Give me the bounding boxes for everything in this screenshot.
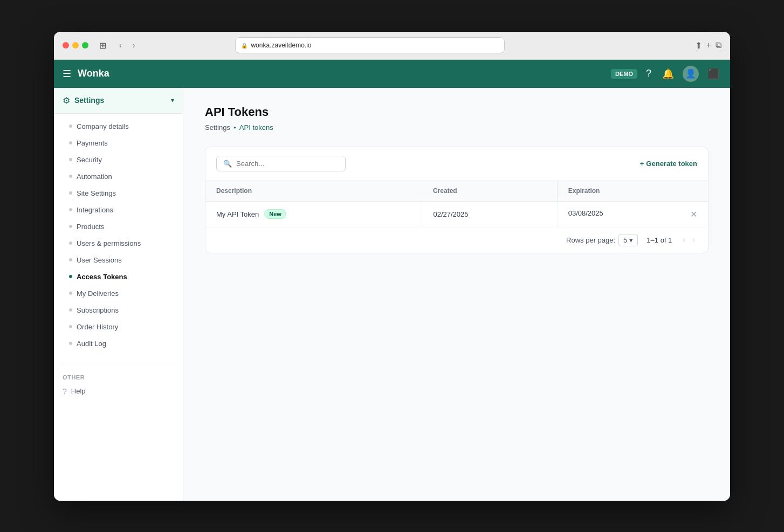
address-bar[interactable]: 🔒 wonka.zaveitdemo.io — [235, 37, 505, 53]
sidebar-item-company-details[interactable]: Company details — [54, 118, 183, 135]
rows-per-page-select[interactable]: 5 ▾ — [618, 234, 638, 246]
sidebar: ⚙ Settings ▾ Company details Payments — [54, 88, 183, 501]
sidebar-item-label: Integrations — [77, 206, 113, 214]
pagination-row: Rows per page: 5 ▾ 1–1 of 1 ‹ › — [205, 227, 708, 253]
table-row: My API Token New 02/27/2025 03/08/2025 ✕ — [205, 201, 708, 227]
breadcrumb-separator: ● — [233, 125, 236, 130]
top-nav: ☰ Wonka DEMO ? 🔔 👤 ⬛ — [54, 60, 730, 88]
settings-label: Settings — [74, 96, 167, 105]
page-info: 1–1 of 1 — [647, 236, 672, 244]
bullet-icon — [69, 225, 72, 228]
search-input[interactable] — [236, 160, 339, 168]
rows-per-page: Rows per page: 5 ▾ — [566, 234, 638, 246]
demo-badge: DEMO — [611, 69, 637, 79]
maximize-button[interactable] — [82, 42, 88, 49]
new-badge: New — [264, 209, 286, 219]
bullet-icon — [69, 208, 72, 211]
page-title: API Tokens — [205, 105, 709, 119]
notifications-bell-icon[interactable]: 🔔 — [660, 66, 676, 82]
sidebar-item-my-deliveries[interactable]: My Deliveries — [54, 285, 183, 302]
sidebar-nav: Company details Payments Security Automa… — [54, 114, 183, 356]
duplicate-icon[interactable]: ⧉ — [716, 40, 721, 51]
generate-token-label: Generate token — [646, 160, 697, 168]
main-content: API Tokens Settings ● API tokens 🔍 + — [183, 88, 730, 501]
active-bullet-icon — [69, 275, 72, 278]
sidebar-item-security[interactable]: Security — [54, 151, 183, 168]
search-icon: 🔍 — [223, 160, 232, 168]
breadcrumb-settings[interactable]: Settings — [205, 123, 230, 132]
bullet-icon — [69, 191, 72, 195]
search-input-wrapper[interactable]: 🔍 — [216, 156, 346, 171]
prev-page-button[interactable]: ‹ — [680, 234, 687, 246]
minimize-button[interactable] — [72, 42, 79, 49]
search-bar-row: 🔍 + Generate token — [205, 147, 708, 181]
sidebar-item-label: My Deliveries — [77, 289, 119, 298]
bullet-icon — [69, 175, 72, 178]
help-label: Help — [71, 387, 86, 395]
sidebar-item-label: Users & permissions — [77, 239, 141, 247]
next-page-button[interactable]: › — [690, 234, 697, 246]
browser-actions: ⬆ + ⧉ — [695, 40, 721, 51]
back-button[interactable]: ‹ — [117, 39, 124, 52]
url-text: wonka.zaveitdemo.io — [251, 42, 311, 49]
sidebar-toggle-button[interactable]: ⊞ — [95, 38, 111, 53]
sidebar-item-integrations[interactable]: Integrations — [54, 202, 183, 218]
breadcrumb: Settings ● API tokens — [205, 123, 709, 132]
sidebar-item-subscriptions[interactable]: Subscriptions — [54, 302, 183, 319]
token-name-wrapper: My API Token New — [216, 209, 411, 219]
sidebar-item-payments[interactable]: Payments — [54, 135, 183, 151]
generate-token-button[interactable]: + Generate token — [640, 160, 697, 168]
app: ☰ Wonka DEMO ? 🔔 👤 ⬛ ⚙ Settings ▾ — [54, 60, 730, 501]
new-tab-icon[interactable]: + — [706, 40, 711, 51]
nav-right: DEMO ? 🔔 👤 ⬛ — [611, 66, 721, 82]
share-icon[interactable]: ⬆ — [695, 40, 702, 51]
delete-token-button[interactable]: ✕ — [690, 209, 697, 219]
sidebar-item-order-history[interactable]: Order History — [54, 319, 183, 335]
sidebar-item-users-permissions[interactable]: Users & permissions — [54, 235, 183, 252]
sidebar-item-label: Payments — [77, 139, 108, 147]
layout-toggle-icon[interactable]: ⬛ — [705, 66, 721, 82]
bullet-icon — [69, 342, 72, 345]
sidebar-item-label: Automation — [77, 172, 112, 181]
sidebar-settings-header[interactable]: ⚙ Settings ▾ — [54, 88, 183, 114]
traffic-lights — [63, 42, 88, 49]
sidebar-item-products[interactable]: Products — [54, 218, 183, 235]
sidebar-item-label: Order History — [77, 323, 118, 331]
token-description-cell: My API Token New — [205, 201, 422, 227]
sidebar-item-audit-log[interactable]: Audit Log — [54, 335, 183, 352]
content-area: ⚙ Settings ▾ Company details Payments — [54, 88, 730, 501]
sidebar-item-help[interactable]: ? Help — [54, 383, 183, 400]
bullet-icon — [69, 158, 72, 161]
col-description: Description — [205, 181, 422, 202]
bullet-icon — [69, 325, 72, 328]
plus-icon: + — [640, 160, 644, 168]
sidebar-item-label: Subscriptions — [77, 306, 119, 314]
bullet-icon — [69, 141, 72, 144]
bullet-icon — [69, 258, 72, 261]
chevron-down-icon: ▾ — [171, 96, 174, 104]
chevron-down-icon: ▾ — [629, 236, 633, 244]
help-icon-button[interactable]: ? — [644, 66, 654, 81]
close-button[interactable] — [63, 42, 69, 49]
forward-button[interactable]: › — [130, 39, 137, 52]
avatar[interactable]: 👤 — [683, 66, 699, 82]
sidebar-item-site-settings[interactable]: Site Settings — [54, 185, 183, 202]
hamburger-menu-button[interactable]: ☰ — [63, 68, 71, 80]
sidebar-item-access-tokens[interactable]: Access Tokens — [54, 268, 183, 285]
token-expiration-cell: 03/08/2025 ✕ — [557, 201, 708, 227]
token-name: My API Token — [216, 210, 259, 218]
col-expiration: Expiration — [557, 181, 708, 202]
sidebar-divider — [63, 363, 174, 363]
sidebar-item-user-sessions[interactable]: User Sessions — [54, 252, 183, 268]
sidebar-item-label: Security — [77, 156, 102, 164]
col-created: Created — [422, 181, 557, 202]
pagination-nav: ‹ › — [680, 234, 697, 246]
bullet-icon — [69, 125, 72, 128]
rows-per-page-label: Rows per page: — [566, 236, 615, 244]
breadcrumb-current: API tokens — [239, 123, 273, 132]
sidebar-item-label: Site Settings — [77, 189, 116, 197]
sidebar-item-automation[interactable]: Automation — [54, 168, 183, 185]
token-card: 🔍 + Generate token Description — [205, 147, 709, 253]
token-created-cell: 02/27/2025 — [422, 201, 557, 227]
sidebar-item-label: Company details — [77, 122, 129, 130]
